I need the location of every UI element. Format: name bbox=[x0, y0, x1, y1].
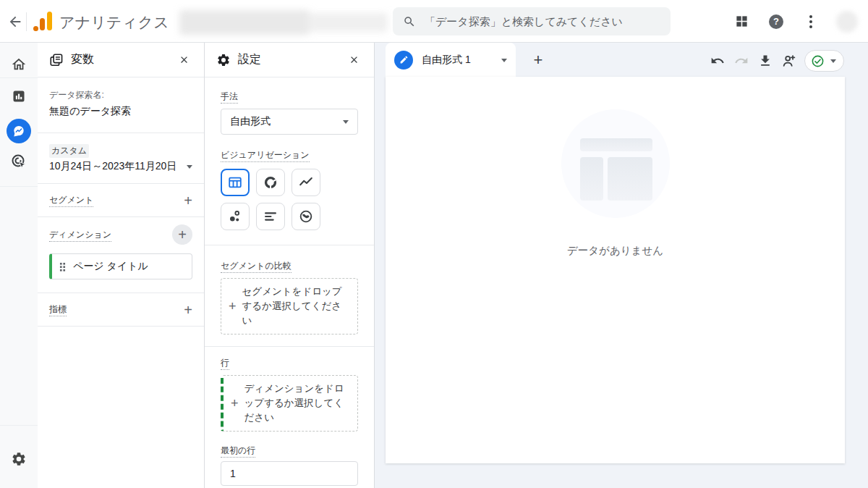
home-icon[interactable] bbox=[11, 56, 27, 72]
visualization-sheet: データがありません bbox=[386, 77, 845, 463]
dimensions-label: ディメンション bbox=[49, 230, 111, 242]
tab-freeform-1[interactable]: 自由形式 1 bbox=[386, 43, 516, 77]
table-icon bbox=[227, 174, 243, 190]
empty-state-text: データがありません bbox=[567, 244, 663, 258]
add-segment-button[interactable]: + bbox=[184, 193, 192, 208]
first-row-input[interactable] bbox=[230, 468, 349, 479]
viz-table-button[interactable] bbox=[221, 169, 250, 196]
plus-icon: + bbox=[229, 299, 237, 314]
technique-select[interactable]: 自由形式 bbox=[221, 109, 358, 135]
download-icon[interactable] bbox=[757, 52, 774, 70]
help-icon[interactable]: ? bbox=[767, 12, 786, 31]
donut-chart-icon bbox=[263, 174, 278, 190]
variables-icon bbox=[49, 53, 64, 67]
exploration-name-label: データ探索名: bbox=[49, 89, 192, 101]
app-title: アナリティクス bbox=[59, 12, 169, 33]
drag-handle-icon[interactable] bbox=[59, 262, 66, 272]
plus-icon: + bbox=[231, 396, 239, 411]
admin-gear-icon[interactable] bbox=[11, 451, 27, 467]
viz-line-button[interactable] bbox=[292, 169, 320, 196]
chevron-down-icon bbox=[187, 165, 192, 172]
exploration-canvas: 自由形式 1 + bbox=[375, 43, 868, 488]
header-divider bbox=[26, 12, 27, 31]
variables-panel: 変数 データ探索名: 無題のデータ探索 カスタム 10月24日～2023年11月… bbox=[38, 43, 205, 488]
dimension-chip[interactable]: ページ タイトル bbox=[49, 253, 192, 279]
search-input[interactable] bbox=[425, 15, 660, 28]
account-selector-redacted[interactable] bbox=[179, 4, 389, 39]
rows-dropzone-text: ディメンションをドロップするか選択してください bbox=[244, 382, 350, 425]
exploration-name-value[interactable]: 無題のデータ探索 bbox=[49, 105, 192, 118]
empty-state: データがありません bbox=[386, 109, 845, 258]
chevron-down-icon bbox=[501, 59, 507, 65]
rows-dropzone[interactable]: + ディメンションをドロップするか選択してください bbox=[221, 375, 358, 432]
advertising-icon[interactable] bbox=[10, 153, 27, 170]
back-arrow-icon[interactable] bbox=[6, 12, 25, 31]
dimension-chip-label: ページ タイトル bbox=[73, 260, 148, 273]
global-search[interactable] bbox=[393, 7, 671, 35]
settings-gear-icon bbox=[216, 53, 231, 67]
viz-bar-button[interactable] bbox=[256, 203, 285, 230]
analytics-app: アナリティクス ? bbox=[0, 0, 868, 488]
new-tab-button[interactable]: + bbox=[522, 43, 555, 77]
chevron-down-icon bbox=[830, 59, 836, 66]
canvas-toolbar bbox=[709, 50, 844, 72]
reports-icon[interactable] bbox=[12, 89, 26, 104]
scatter-chart-icon bbox=[227, 209, 243, 224]
first-row-label: 最初の行 bbox=[221, 445, 255, 458]
add-metric-button[interactable]: + bbox=[184, 303, 192, 317]
analytics-logo bbox=[33, 12, 52, 31]
person-add-icon[interactable] bbox=[780, 52, 798, 70]
segment-dropzone-text: セグメントをドロップするか選択してください bbox=[242, 285, 350, 328]
add-dimension-button[interactable]: + bbox=[172, 224, 192, 245]
apps-grid-icon[interactable] bbox=[732, 12, 751, 31]
viz-geo-button[interactable] bbox=[292, 203, 320, 230]
explore-icon[interactable] bbox=[7, 119, 31, 143]
segment-comparison-label: セグメントの比較 bbox=[221, 261, 292, 273]
rows-label: 行 bbox=[221, 358, 229, 370]
visualization-label: ビジュアリゼーション bbox=[221, 150, 310, 162]
tab-label: 自由形式 1 bbox=[422, 54, 501, 67]
chevron-down-icon bbox=[343, 120, 349, 127]
undo-icon[interactable] bbox=[709, 52, 726, 70]
segment-dropzone[interactable]: + セグメントをドロップするか選択してください bbox=[221, 278, 358, 335]
redo-icon[interactable] bbox=[733, 52, 750, 70]
viz-donut-button[interactable] bbox=[256, 169, 285, 196]
empty-state-illustration bbox=[561, 109, 670, 218]
date-range-section[interactable]: カスタム 10月24日～2023年11月20日 bbox=[38, 133, 204, 184]
settings-panel-title: 設定 bbox=[238, 52, 261, 67]
line-chart-icon bbox=[298, 174, 314, 190]
avatar[interactable] bbox=[836, 11, 858, 33]
pencil-icon bbox=[394, 51, 413, 70]
metrics-label: 指標 bbox=[49, 304, 67, 316]
bar-chart-icon bbox=[263, 209, 278, 224]
search-icon bbox=[403, 15, 416, 28]
geo-map-icon bbox=[298, 209, 314, 224]
check-circle-icon bbox=[811, 54, 825, 68]
top-header: アナリティクス ? bbox=[0, 0, 868, 43]
close-settings-icon[interactable] bbox=[345, 51, 362, 69]
visualization-grid bbox=[221, 169, 358, 230]
status-button[interactable] bbox=[804, 50, 844, 72]
date-range-value: 10月24日～2023年11月20日 bbox=[49, 160, 187, 173]
variables-panel-title: 変数 bbox=[71, 52, 94, 67]
close-variables-icon[interactable] bbox=[175, 51, 192, 69]
viz-scatter-button[interactable] bbox=[221, 203, 250, 230]
tab-settings-panel: 設定 手法 自由形式 ビジュアリゼーション bbox=[205, 43, 375, 488]
more-vertical-icon[interactable] bbox=[801, 12, 820, 31]
date-range-type: カスタム bbox=[49, 144, 89, 158]
segments-label: セグメント bbox=[49, 195, 93, 207]
technique-value: 自由形式 bbox=[230, 115, 343, 128]
nav-rail bbox=[0, 43, 38, 488]
technique-label: 手法 bbox=[221, 91, 238, 104]
